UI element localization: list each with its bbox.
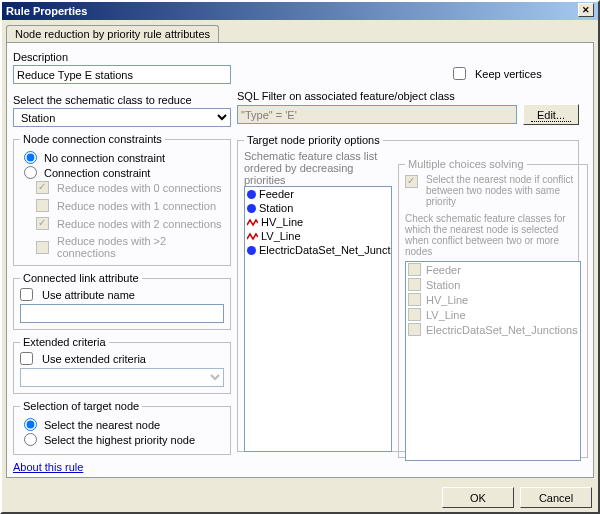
select-highest-label: Select the highest priority node	[44, 434, 195, 446]
checkbox-icon	[36, 199, 49, 212]
list-item[interactable]: Feeder	[245, 187, 391, 201]
sql-filter-label: SQL Filter on associated feature/object …	[237, 90, 579, 102]
edit-button[interactable]: Edit...	[523, 104, 579, 125]
connected-link-group: Connected link attribute Use attribute n…	[13, 272, 231, 330]
reduce-0-row: Reduce nodes with 0 connections	[36, 181, 224, 194]
list-item-label: HV_Line	[261, 216, 303, 228]
no-constraint-radio[interactable]	[24, 151, 37, 164]
sql-filter-input	[237, 105, 517, 124]
reduce-3plus-row: Reduce nodes with >2 connections	[36, 235, 224, 259]
tab-node-reduction[interactable]: Node reduction by priority rule attribut…	[6, 25, 219, 43]
extended-criteria-legend: Extended criteria	[20, 336, 109, 348]
about-link[interactable]: About this rule	[13, 461, 83, 473]
no-constraint-label: No connection constraint	[44, 152, 165, 164]
select-highest-radio[interactable]	[24, 433, 37, 446]
use-attribute-name-checkbox[interactable]	[20, 288, 33, 301]
target-select-legend: Selection of target node	[20, 400, 142, 412]
checkbox-icon	[408, 323, 421, 336]
use-attribute-name-label: Use attribute name	[42, 289, 135, 301]
list-item-label: Feeder	[259, 188, 294, 200]
list-item[interactable]: ElectricDataSet_Net_Junctions	[245, 243, 391, 257]
list-item-label: Station	[259, 202, 293, 214]
list-item: Feeder	[406, 262, 580, 277]
schematic-class-label: Select the schematic class to reduce	[13, 94, 231, 106]
node-icon	[247, 204, 256, 213]
checkbox-icon	[408, 293, 421, 306]
checkbox-icon	[408, 263, 421, 276]
select-nearest-radio[interactable]	[24, 418, 37, 431]
extended-criteria-select	[20, 368, 224, 387]
keep-vertices-checkbox[interactable]	[453, 67, 466, 80]
multiple-choices-group: Multiple choices solving Select the near…	[398, 158, 588, 458]
title-bar: Rule Properties ✕	[2, 2, 598, 20]
list-item-label: Station	[426, 279, 460, 291]
description-label: Description	[13, 51, 231, 63]
ok-button[interactable]: OK	[442, 487, 514, 508]
list-item[interactable]: HV_Line	[245, 215, 391, 229]
target-priority-legend: Target node priority options	[244, 134, 383, 146]
select-nearest-label: Select the nearest node	[44, 419, 160, 431]
line-icon	[247, 232, 258, 241]
list-item-label: Feeder	[426, 264, 461, 276]
keep-vertices-label: Keep vertices	[475, 68, 542, 80]
attribute-name-input[interactable]	[20, 304, 224, 323]
multi-check-hint: Check schematic feature classes for whic…	[405, 213, 581, 257]
checkbox-icon	[36, 241, 49, 254]
list-item: Station	[406, 277, 580, 292]
reduce-1-row: Reduce nodes with 1 connection	[36, 199, 224, 212]
cancel-button[interactable]: Cancel	[520, 487, 592, 508]
list-item-label: LV_Line	[261, 230, 301, 242]
tab-page: Description Select the schematic class t…	[6, 42, 594, 478]
constraint-label: Connection constraint	[44, 167, 150, 179]
checkbox-icon	[408, 308, 421, 321]
checkbox-icon	[36, 181, 49, 194]
multiple-choices-legend: Multiple choices solving	[405, 158, 527, 170]
list-item-label: ElectricDataSet_Net_Junctions	[426, 324, 578, 336]
node-icon	[247, 246, 256, 255]
node-connection-legend: Node connection constraints	[20, 133, 165, 145]
list-item[interactable]: LV_Line	[245, 229, 391, 243]
close-icon[interactable]: ✕	[578, 3, 594, 17]
list-item-label: ElectricDataSet_Net_Junctions	[259, 244, 392, 256]
list-item: LV_Line	[406, 307, 580, 322]
checkbox-icon	[36, 217, 49, 230]
multi-nearest-hint: Select the nearest node if conflict betw…	[426, 174, 581, 207]
target-priority-group: Target node priority options Schematic f…	[237, 134, 579, 452]
multi-listbox: FeederStationHV_LineLV_LineElectricDataS…	[405, 261, 581, 461]
schematic-class-select[interactable]: Station	[13, 108, 231, 127]
target-priority-hint: Schematic feature class list ordered by …	[244, 150, 394, 186]
use-extended-criteria-checkbox[interactable]	[20, 352, 33, 365]
node-icon	[247, 190, 256, 199]
list-item-label: LV_Line	[426, 309, 466, 321]
window-title: Rule Properties	[6, 2, 87, 20]
list-item: ElectricDataSet_Net_Junctions	[406, 322, 580, 337]
priority-listbox[interactable]: FeederStationHV_LineLV_LineElectricDataS…	[244, 186, 392, 452]
constraint-radio[interactable]	[24, 166, 37, 179]
line-icon	[247, 218, 258, 227]
reduce-2-row: Reduce nodes with 2 connections	[36, 217, 224, 230]
tab-strip: Node reduction by priority rule attribut…	[2, 20, 598, 42]
list-item-label: HV_Line	[426, 294, 468, 306]
list-item[interactable]: Station	[245, 201, 391, 215]
extended-criteria-group: Extended criteria Use extended criteria	[13, 336, 231, 394]
checkbox-icon	[405, 175, 418, 188]
description-input[interactable]	[13, 65, 231, 84]
target-select-group: Selection of target node Select the near…	[13, 400, 231, 455]
list-item: HV_Line	[406, 292, 580, 307]
node-connection-group: Node connection constraints No connectio…	[13, 133, 231, 266]
checkbox-icon	[408, 278, 421, 291]
connected-link-legend: Connected link attribute	[20, 272, 142, 284]
use-extended-criteria-label: Use extended criteria	[42, 353, 146, 365]
